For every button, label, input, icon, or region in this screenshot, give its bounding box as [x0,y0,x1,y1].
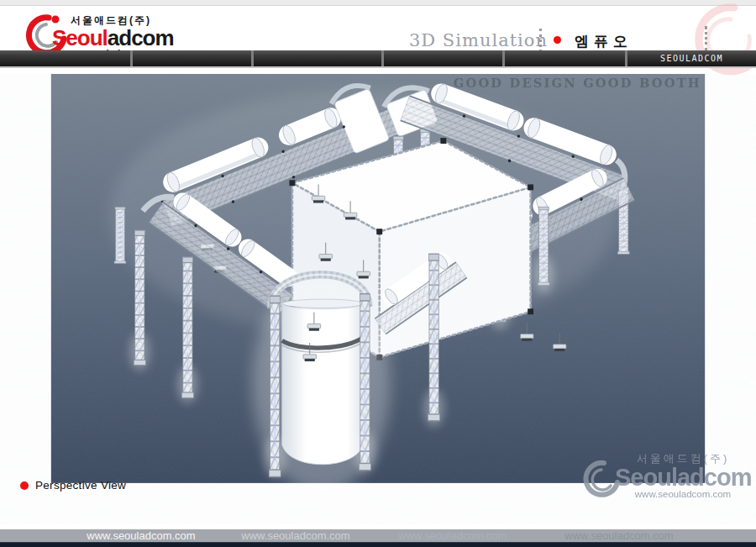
nav-segment-2[interactable] [130,50,251,66]
nav-segment-1[interactable] [0,50,130,66]
nav-shadow [0,66,756,68]
dotted-divider [705,26,707,51]
page-title: 3D Simulation [409,30,548,50]
seouladcom-logo[interactable]: 서울애드컴(주) Seouladcom www.seouladcom.com [22,13,165,55]
watermark-url: www.seouladcom.com [615,489,751,499]
nav-segment-4[interactable] [381,50,502,66]
red-bullet-icon [20,481,29,490]
footer-url: www.seouladcom.com [386,529,520,542]
logo-brand: Seouladcom [52,28,170,48]
nav-bar: SEOULADCOM [0,50,756,66]
view-label: Perspective View [20,479,126,492]
client-label: 엠퓨오 [575,32,633,51]
logo-brand-seoul: Seoul [52,25,108,50]
logo-brand-adcom: adcom [108,25,174,50]
top-strip [0,0,756,6]
view-label-text: Perspective View [35,479,126,492]
footer-url: www.seouladcom.com [552,529,686,542]
nav-segment-5[interactable] [502,50,625,66]
bottom-bar [0,542,756,547]
nav-segment-3[interactable] [251,50,381,66]
header: 서울애드컴(주) Seouladcom www.seouladcom.com 3… [0,6,756,50]
footer-url: www.seouladcom.com [74,529,208,542]
nav-brand-label: SEOULADCOM [660,54,723,63]
watermark-brand: Seouladcom [615,466,751,489]
page: 서울애드컴(주) Seouladcom www.seouladcom.com 3… [0,0,756,547]
red-bullet-icon [554,36,561,44]
viewport-watermark-text: GOOD DESIGN GOOD BOOTH [454,76,701,90]
dotted-divider [539,29,542,52]
footer-url: www.seouladcom.com [228,529,363,542]
nav-segment-brand[interactable]: SEOULADCOM [625,50,756,66]
